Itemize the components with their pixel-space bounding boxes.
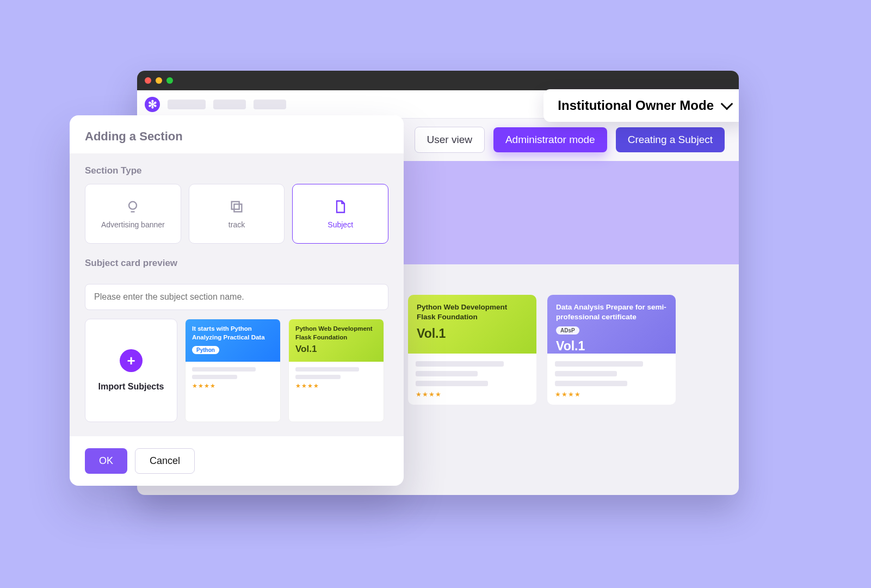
svg-rect-2: [232, 202, 239, 209]
creating-subject-button[interactable]: Creating a Subject: [616, 127, 725, 152]
section-type-label-text: Advertising banner: [101, 220, 165, 229]
dialog-title: Adding a Section: [70, 115, 404, 153]
section-type-label-text: track: [228, 220, 245, 229]
course-badge: ADsP: [556, 326, 579, 335]
course-title: Data Analysis Prepare for semi-professio…: [556, 302, 667, 322]
section-type-subject[interactable]: Subject: [292, 184, 388, 244]
rating-stars: ★★★★: [192, 382, 274, 389]
cancel-button[interactable]: Cancel: [135, 448, 195, 474]
course-badge: Python: [192, 346, 219, 354]
owner-mode-selector[interactable]: Institutional Owner Mode: [543, 89, 739, 122]
rating-stars: ★★★★: [555, 391, 668, 398]
preview-label: Subject card preview: [85, 258, 388, 269]
course-volume: Vol.1: [417, 326, 528, 341]
preview-card[interactable]: It starts with Python Analyzing Practica…: [185, 319, 281, 422]
section-name-input[interactable]: [85, 284, 388, 310]
rating-stars: ★★★★: [416, 391, 529, 398]
document-icon: [332, 199, 349, 215]
nav-placeholder: [213, 100, 246, 109]
course-volume: Vol.1: [295, 344, 377, 355]
administrator-mode-button[interactable]: Administrator mode: [493, 127, 607, 152]
import-subjects-button[interactable]: + Import Subjects: [85, 319, 177, 422]
owner-mode-label: Institutional Owner Mode: [558, 98, 714, 113]
dialog-actions: OK Cancel: [70, 436, 404, 486]
nav-placeholder: [254, 100, 286, 109]
traffic-light-minimize[interactable]: [156, 77, 162, 84]
course-card[interactable]: Python Web Development Flask Foundation …: [408, 295, 536, 405]
course-volume: Vol.1: [556, 339, 667, 354]
window-titlebar: [137, 71, 739, 90]
svg-point-0: [129, 202, 137, 209]
course-title: Python Web Development Flask Foundation: [417, 302, 528, 322]
section-type-group: Advertising banner track Subject: [85, 184, 388, 244]
plus-icon: +: [120, 349, 143, 372]
svg-rect-3: [234, 204, 242, 212]
preview-card[interactable]: Python Web Development Flask Foundation …: [288, 319, 384, 422]
traffic-light-zoom[interactable]: [166, 77, 173, 84]
add-section-dialog: Adding a Section Section Type Advertisin…: [70, 115, 404, 486]
course-title: It starts with Python Analyzing Practica…: [192, 325, 274, 342]
lightbulb-icon: [125, 199, 141, 215]
section-type-banner[interactable]: Advertising banner: [85, 184, 181, 244]
section-type-label: Section Type: [85, 165, 388, 176]
traffic-light-close[interactable]: [145, 77, 151, 84]
nav-placeholder: [168, 100, 206, 109]
course-title: Python Web Development Flask Foundation: [295, 325, 377, 342]
ok-button[interactable]: OK: [85, 448, 127, 474]
section-type-label-text: Subject: [328, 220, 353, 229]
layers-icon: [228, 199, 245, 215]
app-logo[interactable]: ✻: [145, 97, 160, 112]
course-card[interactable]: Data Analysis Prepare for semi-professio…: [547, 295, 676, 405]
import-subjects-label: Import Subjects: [98, 382, 164, 392]
section-type-track[interactable]: track: [189, 184, 285, 244]
user-view-button[interactable]: User view: [415, 127, 485, 153]
rating-stars: ★★★★: [295, 382, 377, 389]
preview-row: + Import Subjects It starts with Python …: [85, 319, 388, 422]
chevron-down-icon: [721, 98, 733, 110]
